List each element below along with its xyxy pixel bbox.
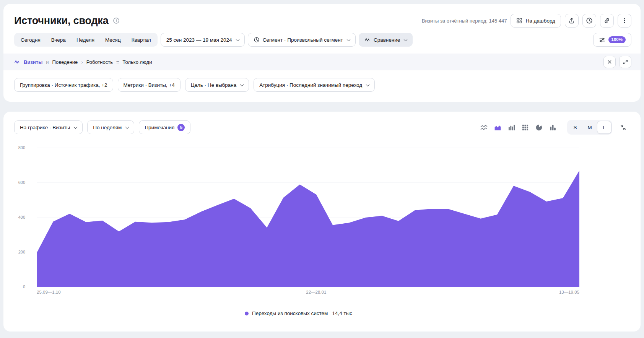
- chart-type-histogram-button[interactable]: [505, 121, 517, 133]
- chart-type-area-button[interactable]: [491, 121, 504, 133]
- legend-dot: [245, 312, 249, 315]
- tab-week[interactable]: Неделя: [71, 34, 100, 46]
- segment-picker[interactable]: Сегмент · Произвольный сегмент: [248, 33, 356, 47]
- header-card: Источники, сводка Визиты за отчётный пер…: [3, 4, 641, 102]
- chart-type-columns-button[interactable]: [546, 121, 559, 133]
- filter-row: Сегодня Вчера Неделя Месяц Квартал 25 се…: [3, 29, 641, 47]
- link-icon: [603, 17, 610, 24]
- y-axis: 0200400600800: [18, 148, 25, 287]
- collapse-chart-button[interactable]: [617, 121, 629, 133]
- segment-operator: =: [116, 59, 119, 65]
- chevron-down-icon: [125, 125, 129, 129]
- sliders-icon: [599, 37, 605, 43]
- history-button[interactable]: [582, 14, 596, 28]
- collapse-icon: [620, 124, 626, 131]
- on-chart-select[interactable]: На графике · Визиты: [14, 120, 83, 134]
- tab-today[interactable]: Сегодня: [15, 34, 46, 46]
- chart-type-stacked-button[interactable]: [519, 121, 531, 133]
- chart-area: 0200400600800 25.09—1.10 22—28.01 13—19.…: [3, 148, 641, 301]
- clear-segment-button[interactable]: [603, 56, 616, 68]
- segment-value: Сегмент · Произвольный сегмент: [263, 37, 343, 43]
- stacked-bars-icon: [522, 124, 529, 131]
- y-tick-label: 800: [18, 146, 25, 150]
- pulse-icon: [364, 37, 371, 43]
- page-title: Источники, сводка: [14, 15, 108, 27]
- segment-metric-link[interactable]: Визиты: [24, 59, 42, 65]
- size-m-button[interactable]: M: [582, 121, 597, 134]
- visits-summary: Визиты за отчётный период: 145 447: [422, 18, 507, 24]
- tab-quarter[interactable]: Квартал: [126, 34, 156, 46]
- y-tick-label: 600: [18, 180, 25, 185]
- notes-label: Примечания: [145, 125, 174, 130]
- page: Источники, сводка Визиты за отчётный пер…: [3, 4, 641, 332]
- dashboard-button-label: На дашборд: [525, 18, 555, 24]
- size-s-button[interactable]: S: [568, 121, 582, 134]
- segment-path-item[interactable]: Роботность: [86, 59, 113, 65]
- on-chart-label: На графике · Визиты: [20, 125, 70, 130]
- attribution-chip-label: Атрибуция · Последний значимый переход: [259, 82, 362, 88]
- metrics-chip[interactable]: Метрики · Визиты, +4: [118, 78, 181, 92]
- period-tabs: Сегодня Вчера Неделя Месяц Квартал: [14, 33, 158, 47]
- line-chart-icon: [480, 124, 488, 131]
- x-tick-label: 22—28.01: [306, 290, 326, 294]
- grouping-chip[interactable]: Группировка · Источник трафика, +2: [14, 78, 113, 92]
- title-row: Источники, сводка Визиты за отчётный пер…: [3, 4, 641, 29]
- segment-conjunction: и: [46, 59, 49, 65]
- x-axis: 25.09—1.10 22—28.01 13—19.05: [37, 290, 579, 301]
- comparison-label: Сравнение: [374, 37, 400, 43]
- chevron-down-icon: [366, 83, 370, 86]
- more-button[interactable]: [618, 14, 631, 28]
- goal-chip-label: Цель · Не выбрана: [191, 82, 237, 88]
- clock-icon: [586, 17, 593, 24]
- notes-count-badge: 5: [177, 124, 185, 131]
- date-range-picker[interactable]: 25 сен 2023 — 19 мая 2024: [161, 33, 245, 47]
- kebab-icon: [621, 17, 628, 24]
- metrics-chip-label: Метрики · Визиты, +4: [124, 82, 175, 88]
- copy-link-button[interactable]: [600, 14, 614, 28]
- area-chart-svg[interactable]: [37, 148, 579, 287]
- sampling-badge: 100%: [608, 36, 626, 43]
- legend-series-total: 14,4 тыс: [332, 310, 352, 316]
- date-range-value: 25 сен 2023 — 19 мая 2024: [166, 37, 232, 43]
- info-icon[interactable]: [113, 17, 120, 24]
- notes-button[interactable]: Примечания 5: [139, 120, 190, 134]
- chart-legend: Переходы из поисковых систем 14,4 тыс: [3, 310, 641, 316]
- metric-pulse-icon: [14, 59, 20, 65]
- chevron-down-icon: [240, 83, 244, 86]
- y-tick-label: 200: [18, 250, 25, 254]
- segment-value-text[interactable]: Только люди: [123, 59, 152, 65]
- chevron-down-icon: [74, 125, 78, 129]
- histogram-icon: [508, 124, 515, 131]
- segment-condition-bar: Визиты и Поведение › Роботность = Только…: [3, 54, 641, 70]
- export-button[interactable]: [565, 14, 579, 28]
- expand-segment-button[interactable]: [619, 56, 631, 68]
- granularity-label: По неделям: [93, 125, 122, 130]
- chart-type-pie-button[interactable]: [533, 121, 545, 133]
- sampling-button[interactable]: 100%: [593, 33, 631, 47]
- comparison-button[interactable]: Сравнение: [359, 33, 413, 47]
- y-tick-label: 400: [18, 215, 25, 219]
- close-icon: [607, 59, 612, 65]
- chart-card: На графике · Визиты По неделям Примечани…: [3, 112, 641, 332]
- legend-series-label[interactable]: Переходы из поисковых систем: [252, 310, 328, 316]
- chevron-down-icon: [346, 37, 350, 41]
- size-switcher: S M L: [567, 120, 612, 135]
- dashboard-button[interactable]: На дашборд: [511, 14, 561, 28]
- tab-month[interactable]: Месяц: [100, 34, 126, 46]
- plot-column: 25.09—1.10 22—28.01 13—19.05: [37, 148, 579, 301]
- chart-type-lines-button[interactable]: [478, 121, 490, 133]
- pie-chart-icon: [535, 124, 543, 131]
- goal-chip[interactable]: Цель · Не выбрана: [185, 78, 249, 92]
- attribution-chip[interactable]: Атрибуция · Последний значимый переход: [254, 78, 375, 92]
- chevron-down-icon: [404, 37, 408, 41]
- tab-yesterday[interactable]: Вчера: [46, 34, 71, 46]
- chart-type-switcher: [478, 121, 559, 133]
- area-chart[interactable]: [37, 148, 579, 287]
- columns-chart-icon: [549, 124, 556, 131]
- segment-path-category[interactable]: Поведение: [52, 59, 78, 65]
- granularity-select[interactable]: По неделям: [87, 120, 134, 134]
- grouping-chip-label: Группировка · Источник трафика, +2: [20, 82, 107, 88]
- size-l-button[interactable]: L: [597, 121, 611, 134]
- area-chart-icon: [494, 124, 501, 131]
- dashboard-icon: [516, 18, 522, 24]
